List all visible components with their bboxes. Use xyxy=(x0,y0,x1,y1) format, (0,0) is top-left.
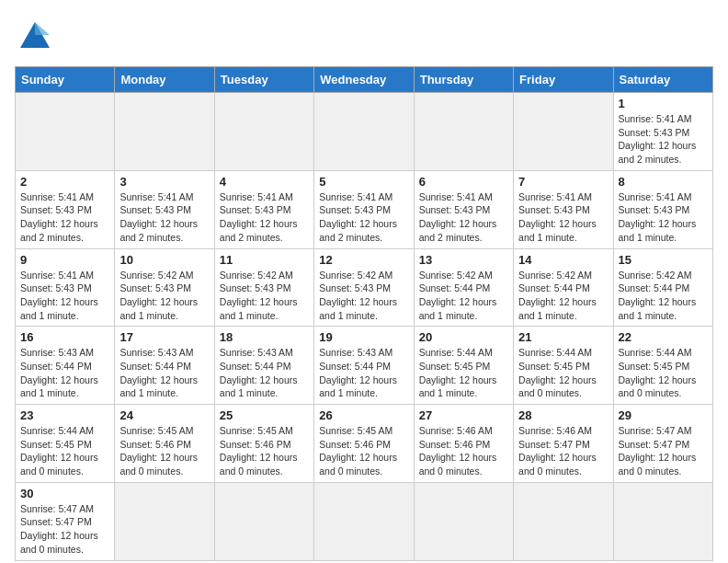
day-number: 3 xyxy=(119,175,209,189)
day-number: 20 xyxy=(419,330,508,344)
calendar-day-cell: 26Sunrise: 5:45 AM Sunset: 5:46 PM Dayli… xyxy=(314,405,414,483)
calendar-day-cell xyxy=(414,93,513,171)
day-number: 26 xyxy=(319,408,408,422)
calendar-day-cell: 5Sunrise: 5:41 AM Sunset: 5:43 PM Daylig… xyxy=(314,170,414,248)
day-number: 21 xyxy=(518,330,608,344)
day-number: 29 xyxy=(619,408,708,422)
day-number: 10 xyxy=(119,253,209,267)
day-info: Sunrise: 5:43 AM Sunset: 5:44 PM Dayligh… xyxy=(319,346,408,400)
calendar-day-cell: 10Sunrise: 5:42 AM Sunset: 5:43 PM Dayli… xyxy=(115,248,214,327)
column-header-wednesday: Wednesday xyxy=(314,67,414,93)
calendar-day-cell: 18Sunrise: 5:43 AM Sunset: 5:44 PM Dayli… xyxy=(214,327,313,405)
day-info: Sunrise: 5:44 AM Sunset: 5:45 PM Dayligh… xyxy=(619,346,708,400)
day-info: Sunrise: 5:42 AM Sunset: 5:44 PM Dayligh… xyxy=(518,269,608,323)
day-info: Sunrise: 5:41 AM Sunset: 5:43 PM Dayligh… xyxy=(20,190,109,245)
day-number: 27 xyxy=(419,408,508,422)
calendar-day-cell: 20Sunrise: 5:44 AM Sunset: 5:45 PM Dayli… xyxy=(414,327,513,405)
column-header-monday: Monday xyxy=(115,67,214,93)
day-info: Sunrise: 5:47 AM Sunset: 5:47 PM Dayligh… xyxy=(619,424,708,478)
calendar-table: SundayMondayTuesdayWednesdayThursdayFrid… xyxy=(15,66,713,561)
calendar-day-cell: 15Sunrise: 5:42 AM Sunset: 5:44 PM Dayli… xyxy=(613,248,712,327)
calendar-week-row: 23Sunrise: 5:44 AM Sunset: 5:45 PM Dayli… xyxy=(16,405,713,483)
day-number: 8 xyxy=(619,175,708,189)
calendar-day-cell: 4Sunrise: 5:41 AM Sunset: 5:43 PM Daylig… xyxy=(214,170,313,248)
calendar-day-cell: 13Sunrise: 5:42 AM Sunset: 5:44 PM Dayli… xyxy=(414,248,513,327)
day-info: Sunrise: 5:41 AM Sunset: 5:43 PM Dayligh… xyxy=(518,190,608,245)
day-number: 22 xyxy=(619,330,708,344)
day-number: 19 xyxy=(319,330,408,344)
calendar-day-cell: 1Sunrise: 5:41 AM Sunset: 5:43 PM Daylig… xyxy=(613,93,712,171)
calendar-day-cell: 12Sunrise: 5:42 AM Sunset: 5:43 PM Dayli… xyxy=(314,248,414,327)
calendar-day-cell: 19Sunrise: 5:43 AM Sunset: 5:44 PM Dayli… xyxy=(314,327,414,405)
calendar-day-cell xyxy=(115,93,214,171)
calendar-day-cell: 21Sunrise: 5:44 AM Sunset: 5:45 PM Dayli… xyxy=(514,327,613,405)
day-number: 13 xyxy=(419,253,508,267)
day-number: 17 xyxy=(119,330,209,344)
day-info: Sunrise: 5:41 AM Sunset: 5:43 PM Dayligh… xyxy=(419,190,508,245)
calendar-day-cell xyxy=(514,93,613,171)
day-number: 30 xyxy=(20,487,109,500)
day-number: 11 xyxy=(220,253,309,267)
day-info: Sunrise: 5:42 AM Sunset: 5:44 PM Dayligh… xyxy=(619,269,708,323)
logo xyxy=(15,15,51,55)
day-number: 18 xyxy=(220,330,309,344)
calendar-day-cell: 7Sunrise: 5:41 AM Sunset: 5:43 PM Daylig… xyxy=(514,170,613,248)
day-info: Sunrise: 5:42 AM Sunset: 5:44 PM Dayligh… xyxy=(419,269,508,323)
day-number: 2 xyxy=(20,175,109,189)
calendar-day-cell: 14Sunrise: 5:42 AM Sunset: 5:44 PM Dayli… xyxy=(514,248,613,327)
column-header-saturday: Saturday xyxy=(613,67,712,93)
calendar-day-cell xyxy=(514,482,613,560)
calendar-week-row: 1Sunrise: 5:41 AM Sunset: 5:43 PM Daylig… xyxy=(16,93,713,171)
logo-icon xyxy=(18,18,51,52)
calendar-day-cell xyxy=(115,482,214,560)
calendar-day-cell: 25Sunrise: 5:45 AM Sunset: 5:46 PM Dayli… xyxy=(214,405,313,483)
day-number: 25 xyxy=(220,408,309,422)
day-number: 7 xyxy=(518,175,608,189)
calendar-week-row: 16Sunrise: 5:43 AM Sunset: 5:44 PM Dayli… xyxy=(16,327,713,405)
day-number: 24 xyxy=(119,408,209,422)
day-number: 1 xyxy=(619,97,708,110)
day-number: 12 xyxy=(319,253,408,267)
day-info: Sunrise: 5:43 AM Sunset: 5:44 PM Dayligh… xyxy=(220,346,309,400)
day-number: 28 xyxy=(518,408,608,422)
page-header xyxy=(15,15,713,55)
day-info: Sunrise: 5:41 AM Sunset: 5:43 PM Dayligh… xyxy=(20,269,109,323)
day-number: 15 xyxy=(619,253,708,267)
calendar-week-row: 2Sunrise: 5:41 AM Sunset: 5:43 PM Daylig… xyxy=(16,170,713,248)
day-info: Sunrise: 5:43 AM Sunset: 5:44 PM Dayligh… xyxy=(20,346,109,400)
day-number: 4 xyxy=(220,175,309,189)
calendar-day-cell: 30Sunrise: 5:47 AM Sunset: 5:47 PM Dayli… xyxy=(16,482,115,560)
day-number: 14 xyxy=(518,253,608,267)
day-number: 5 xyxy=(319,175,408,189)
calendar-day-cell: 6Sunrise: 5:41 AM Sunset: 5:43 PM Daylig… xyxy=(414,170,513,248)
day-info: Sunrise: 5:45 AM Sunset: 5:46 PM Dayligh… xyxy=(220,424,309,478)
calendar-week-row: 30Sunrise: 5:47 AM Sunset: 5:47 PM Dayli… xyxy=(16,482,713,560)
day-number: 9 xyxy=(20,253,109,267)
column-header-tuesday: Tuesday xyxy=(214,67,313,93)
day-info: Sunrise: 5:41 AM Sunset: 5:43 PM Dayligh… xyxy=(619,112,708,167)
calendar-week-row: 9Sunrise: 5:41 AM Sunset: 5:43 PM Daylig… xyxy=(16,248,713,327)
calendar-day-cell: 8Sunrise: 5:41 AM Sunset: 5:43 PM Daylig… xyxy=(613,170,712,248)
day-info: Sunrise: 5:45 AM Sunset: 5:46 PM Dayligh… xyxy=(119,424,209,478)
day-info: Sunrise: 5:42 AM Sunset: 5:43 PM Dayligh… xyxy=(220,269,309,323)
calendar-day-cell xyxy=(314,93,414,171)
calendar-day-cell: 2Sunrise: 5:41 AM Sunset: 5:43 PM Daylig… xyxy=(16,170,115,248)
day-info: Sunrise: 5:41 AM Sunset: 5:43 PM Dayligh… xyxy=(619,190,708,245)
day-info: Sunrise: 5:44 AM Sunset: 5:45 PM Dayligh… xyxy=(518,346,608,400)
calendar-day-cell xyxy=(414,482,513,560)
day-info: Sunrise: 5:46 AM Sunset: 5:46 PM Dayligh… xyxy=(419,424,508,478)
column-header-friday: Friday xyxy=(514,67,613,93)
day-number: 16 xyxy=(20,330,109,344)
day-info: Sunrise: 5:43 AM Sunset: 5:44 PM Dayligh… xyxy=(119,346,209,400)
day-info: Sunrise: 5:47 AM Sunset: 5:47 PM Dayligh… xyxy=(20,502,109,557)
day-info: Sunrise: 5:41 AM Sunset: 5:43 PM Dayligh… xyxy=(220,190,309,245)
calendar-day-cell: 16Sunrise: 5:43 AM Sunset: 5:44 PM Dayli… xyxy=(16,327,115,405)
day-info: Sunrise: 5:44 AM Sunset: 5:45 PM Dayligh… xyxy=(419,346,508,400)
day-number: 23 xyxy=(20,408,109,422)
calendar-day-cell: 24Sunrise: 5:45 AM Sunset: 5:46 PM Dayli… xyxy=(115,405,214,483)
calendar-day-cell xyxy=(613,482,712,560)
column-header-thursday: Thursday xyxy=(414,67,513,93)
calendar-day-cell: 27Sunrise: 5:46 AM Sunset: 5:46 PM Dayli… xyxy=(414,405,513,483)
day-info: Sunrise: 5:46 AM Sunset: 5:47 PM Dayligh… xyxy=(518,424,608,478)
day-number: 6 xyxy=(419,175,508,189)
